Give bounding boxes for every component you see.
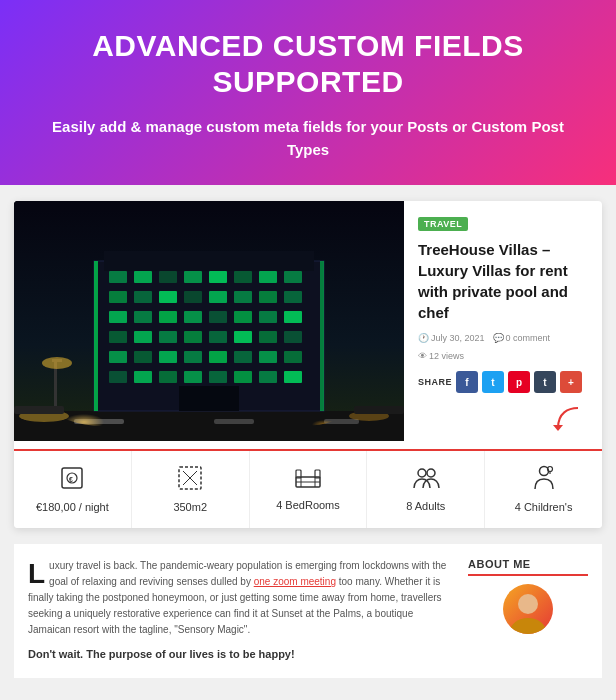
svg-rect-8	[104, 251, 314, 271]
comment-icon: 💬	[493, 333, 504, 343]
svg-rect-14	[184, 271, 202, 283]
bedrooms-label: 4 BedRooms	[276, 499, 340, 512]
avatar-image	[503, 584, 553, 634]
svg-point-64	[42, 357, 72, 369]
header-section: ADVANCED CUSTOM FIELDS SUPPORTED Easily …	[0, 0, 616, 185]
svg-rect-16	[234, 271, 252, 283]
share-row: SHARE f t p t +	[418, 371, 588, 393]
svg-rect-54	[184, 371, 202, 383]
drop-cap: L	[28, 560, 45, 588]
clock-icon: 🕐	[418, 333, 429, 343]
category-badge: TRAVEL	[418, 217, 468, 231]
svg-rect-52	[134, 371, 152, 383]
svg-rect-19	[109, 291, 127, 303]
svg-rect-21	[159, 291, 177, 303]
svg-rect-48	[234, 351, 252, 363]
svg-rect-18	[284, 271, 302, 283]
svg-rect-28	[134, 311, 152, 323]
svg-rect-58	[284, 371, 302, 383]
eye-icon: 👁	[418, 351, 427, 361]
svg-rect-40	[234, 331, 252, 343]
post-image	[14, 201, 404, 441]
price-icon: €	[59, 465, 85, 495]
svg-rect-31	[209, 311, 227, 323]
twitter-share-button[interactable]: t	[482, 371, 504, 393]
svg-rect-12	[134, 271, 152, 283]
googleplus-share-button[interactable]: +	[560, 371, 582, 393]
svg-rect-10	[320, 261, 324, 411]
adults-icon	[411, 466, 441, 494]
adults-label: 8 Adults	[406, 500, 445, 513]
svg-rect-23	[209, 291, 227, 303]
svg-rect-17	[259, 271, 277, 283]
price-label: €180,00 / night	[36, 501, 109, 514]
avatar	[503, 584, 553, 634]
article-quote: Don't wait. The purpose of our lives is …	[28, 646, 454, 664]
article-link[interactable]: one zoom meeting	[254, 576, 336, 587]
svg-rect-27	[109, 311, 127, 323]
header-title: ADVANCED CUSTOM FIELDS SUPPORTED	[30, 28, 586, 100]
svg-point-81	[427, 469, 435, 477]
svg-rect-25	[259, 291, 277, 303]
svg-rect-66	[354, 406, 404, 414]
size-icon	[177, 465, 203, 495]
children-icon	[530, 465, 558, 495]
post-card: TRAVEL TreeHouse Villas – Luxury Villas …	[14, 201, 602, 528]
tumblr-share-button[interactable]: t	[534, 371, 556, 393]
svg-point-85	[518, 594, 538, 614]
svg-rect-32	[234, 311, 252, 323]
pinterest-share-button[interactable]: p	[508, 371, 530, 393]
svg-rect-33	[259, 311, 277, 323]
svg-marker-67	[553, 425, 563, 431]
svg-rect-45	[159, 351, 177, 363]
bottom-section: L uxury travel is back. The pandemic-wea…	[14, 544, 602, 678]
facebook-share-button[interactable]: f	[456, 371, 478, 393]
svg-rect-46	[184, 351, 202, 363]
share-label: SHARE	[418, 377, 452, 387]
post-content: TRAVEL TreeHouse Villas – Luxury Villas …	[404, 201, 602, 449]
svg-rect-38	[184, 331, 202, 343]
svg-rect-65	[14, 406, 64, 414]
svg-rect-34	[284, 311, 302, 323]
header-subtitle: Easily add & manage custom meta fields f…	[30, 116, 586, 161]
svg-rect-59	[179, 386, 239, 411]
feature-price: € €180,00 / night	[14, 451, 132, 528]
meta-views: 👁 12 views	[418, 351, 464, 361]
svg-rect-20	[134, 291, 152, 303]
svg-rect-37	[159, 331, 177, 343]
post-layout: TRAVEL TreeHouse Villas – Luxury Villas …	[14, 201, 602, 449]
size-label: 350m2	[173, 501, 207, 514]
svg-rect-49	[259, 351, 277, 363]
svg-rect-3	[214, 419, 254, 424]
svg-rect-41	[259, 331, 277, 343]
about-sidebar: ABOUT ME	[468, 558, 588, 664]
svg-rect-47	[209, 351, 227, 363]
about-title: ABOUT ME	[468, 558, 588, 576]
post-image-wrap	[14, 201, 404, 441]
svg-rect-57	[259, 371, 277, 383]
post-title: TreeHouse Villas – Luxury Villas for ren…	[418, 239, 588, 323]
arrow-down-icon	[548, 403, 588, 433]
svg-rect-13	[159, 271, 177, 283]
svg-rect-9	[94, 261, 98, 411]
svg-rect-44	[134, 351, 152, 363]
svg-rect-42	[284, 331, 302, 343]
svg-point-86	[510, 618, 546, 634]
features-bar: € €180,00 / night 350m2	[14, 449, 602, 528]
feature-bedrooms: 4 BedRooms	[250, 451, 368, 528]
svg-rect-29	[159, 311, 177, 323]
article-text: L uxury travel is back. The pandemic-wea…	[28, 558, 454, 664]
svg-rect-51	[109, 371, 127, 383]
bed-icon	[294, 467, 322, 493]
post-meta: 🕐 July 30, 2021 💬 0 comment 👁 12 views	[418, 333, 588, 361]
svg-rect-36	[134, 331, 152, 343]
svg-rect-56	[234, 371, 252, 383]
svg-rect-26	[284, 291, 302, 303]
meta-date: 🕐 July 30, 2021	[418, 333, 485, 343]
children-label: 4 Children's	[515, 501, 573, 514]
svg-rect-24	[234, 291, 252, 303]
svg-rect-30	[184, 311, 202, 323]
svg-rect-55	[209, 371, 227, 383]
svg-text:€: €	[69, 476, 73, 483]
feature-size: 350m2	[132, 451, 250, 528]
